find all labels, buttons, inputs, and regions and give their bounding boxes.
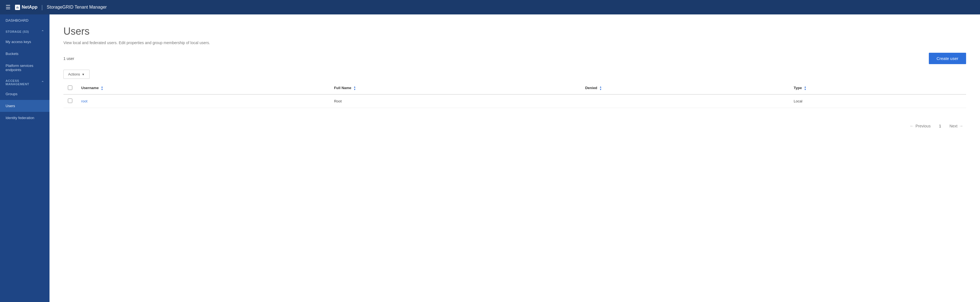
user-count: 1 user bbox=[64, 56, 74, 61]
row-full-name: Root bbox=[329, 94, 581, 108]
buckets-label: Buckets bbox=[6, 52, 18, 56]
actions-row: Actions ▼ bbox=[64, 70, 966, 79]
col-type-label: Type bbox=[794, 86, 802, 90]
sidebar-item-identity-federation[interactable]: Identity federation bbox=[0, 112, 49, 124]
next-arrow-icon: → bbox=[959, 123, 963, 128]
col-header-username: Username ▲▼ bbox=[77, 82, 329, 94]
storage-section-header: STORAGE (S3) ⌃ bbox=[0, 26, 49, 36]
users-label: Users bbox=[6, 104, 15, 108]
storage-chevron-icon: ⌃ bbox=[41, 30, 44, 33]
table-row: root Root Local bbox=[64, 94, 966, 108]
full-name-sort-icon[interactable]: ▲▼ bbox=[353, 86, 356, 91]
access-chevron-icon: ⌃ bbox=[41, 81, 44, 84]
current-page: 1 bbox=[937, 123, 943, 130]
actions-button[interactable]: Actions ▼ bbox=[64, 70, 89, 79]
sidebar-item-dashboard[interactable]: DASHBOARD bbox=[0, 14, 49, 26]
col-denied-label: Denied bbox=[585, 86, 597, 90]
page-subtitle: View local and federated users. Edit pro… bbox=[64, 41, 966, 45]
sidebar-item-users[interactable]: Users bbox=[0, 100, 49, 112]
logo-box: n bbox=[15, 5, 20, 10]
row-checkbox-cell bbox=[64, 94, 77, 108]
sidebar-item-my-access-keys[interactable]: My access keys bbox=[0, 36, 49, 48]
create-user-button[interactable]: Create user bbox=[929, 53, 966, 64]
app-title: StorageGRID Tenant Manager bbox=[47, 5, 107, 10]
sidebar-item-buckets[interactable]: Buckets bbox=[0, 48, 49, 60]
access-section-label: ACCESS MANAGEMENT bbox=[6, 79, 41, 86]
sidebar-item-platform-services-endpoints[interactable]: Platform services endpoints bbox=[0, 60, 49, 76]
next-button[interactable]: Next → bbox=[947, 122, 966, 130]
row-select-checkbox[interactable] bbox=[68, 98, 72, 103]
sidebar: DASHBOARD STORAGE (S3) ⌃ My access keys … bbox=[0, 14, 49, 302]
actions-chevron-down-icon: ▼ bbox=[82, 73, 85, 76]
brand-area: n NetApp | StorageGRID Tenant Manager bbox=[15, 4, 107, 11]
main-content: Users View local and federated users. Ed… bbox=[49, 14, 980, 302]
identity-federation-label: Identity federation bbox=[6, 116, 34, 120]
row-username[interactable]: root bbox=[77, 94, 329, 108]
table-header-row: Username ▲▼ Full Name ▲▼ Denied ▲▼ Type … bbox=[64, 82, 966, 94]
row-type: Local bbox=[789, 94, 966, 108]
dashboard-label: DASHBOARD bbox=[6, 18, 29, 22]
brand-name: NetApp bbox=[22, 5, 38, 10]
hamburger-icon[interactable]: ☰ bbox=[6, 4, 11, 11]
type-sort-icon[interactable]: ▲▼ bbox=[804, 86, 807, 91]
next-label: Next bbox=[950, 124, 958, 128]
col-full-name-label: Full Name bbox=[334, 86, 351, 90]
col-username-label: Username bbox=[81, 86, 99, 90]
pagination-row: ← Previous 1 Next → bbox=[64, 116, 966, 130]
my-access-keys-label: My access keys bbox=[6, 40, 31, 44]
previous-label: Previous bbox=[915, 124, 931, 128]
col-header-full-name: Full Name ▲▼ bbox=[329, 82, 581, 94]
previous-button[interactable]: ← Previous bbox=[907, 122, 933, 130]
sidebar-item-groups[interactable]: Groups bbox=[0, 88, 49, 100]
nav-divider: | bbox=[41, 4, 43, 11]
denied-sort-icon[interactable]: ▲▼ bbox=[599, 86, 602, 91]
netapp-logo: n NetApp bbox=[15, 5, 38, 10]
platform-services-endpoints-label: Platform services endpoints bbox=[6, 63, 44, 72]
top-nav: ☰ n NetApp | StorageGRID Tenant Manager bbox=[0, 0, 980, 14]
storage-section-label: STORAGE (S3) bbox=[6, 30, 29, 33]
groups-label: Groups bbox=[6, 92, 18, 96]
col-header-type: Type ▲▼ bbox=[789, 82, 966, 94]
select-all-cell bbox=[64, 82, 77, 94]
previous-arrow-icon: ← bbox=[910, 123, 914, 128]
toolbar-row: 1 user Create user bbox=[64, 53, 966, 64]
main-layout: DASHBOARD STORAGE (S3) ⌃ My access keys … bbox=[0, 14, 980, 302]
username-sort-icon[interactable]: ▲▼ bbox=[101, 86, 103, 91]
select-all-checkbox[interactable] bbox=[68, 85, 72, 90]
users-table: Username ▲▼ Full Name ▲▼ Denied ▲▼ Type … bbox=[64, 82, 966, 108]
row-denied bbox=[581, 94, 789, 108]
page-title: Users bbox=[64, 25, 966, 37]
access-section-header: ACCESS MANAGEMENT ⌃ bbox=[0, 76, 49, 88]
col-header-denied: Denied ▲▼ bbox=[581, 82, 789, 94]
actions-label: Actions bbox=[68, 72, 80, 76]
